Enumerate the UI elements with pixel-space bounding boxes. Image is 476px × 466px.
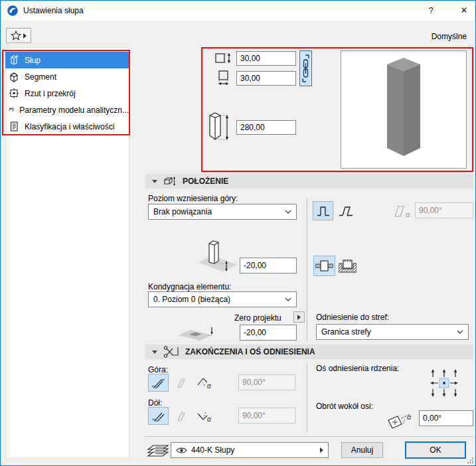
app-logo-icon: [7, 5, 18, 16]
layer-value: 440-K Słupy: [191, 445, 234, 455]
horizontal-cut-icon: [151, 410, 166, 422]
story-value: 0. Poziom 0 (bieżąca): [153, 295, 230, 304]
top-cut-label: Góra:: [148, 365, 168, 374]
slant-angle-icon: α: [392, 203, 415, 219]
sidebar-item-label: Słup: [25, 56, 40, 65]
rotation-input[interactable]: 0,00°: [419, 410, 473, 426]
footer-separator: [145, 436, 473, 437]
classification-icon: [9, 121, 19, 132]
core-axis-anchor-selector[interactable]: [428, 367, 461, 399]
bottom-cut-angle-toggle[interactable]: α: [194, 407, 218, 425]
sidebar-item-label: Segment: [25, 72, 56, 82]
separator: [307, 198, 307, 341]
flyout-arrow-icon: [297, 315, 301, 320]
slanted-column-toggle[interactable]: [335, 201, 356, 220]
sidebar-item-parametry-modelu[interactable]: Parametry modelu analityczn...: [5, 102, 129, 118]
layer-dropdown[interactable]: 440-K Słupy: [171, 442, 329, 458]
column-height-input[interactable]: 280,00: [236, 120, 296, 135]
scissors-icon: [163, 346, 179, 358]
favorites-toolbar: Domyślne: [1, 21, 475, 46]
sidebar-item-klasyfikacja[interactable]: Klasyfikacja i właściwości: [5, 118, 129, 135]
zones-label: Odniesienie do stref:: [316, 313, 389, 322]
vertical-column-toggle[interactable]: [313, 201, 333, 220]
sidebar-item-label: Parametry modelu analityczn...: [19, 106, 129, 115]
project-zero-plane-icon: [177, 326, 216, 343]
column-through-floor-icon: [315, 259, 333, 273]
profile-width-input[interactable]: 30,00: [236, 71, 296, 86]
slant-angle-input: 90,00°: [415, 202, 473, 218]
column-height-icon: [206, 111, 234, 141]
top-cut-angle-toggle[interactable]: α: [194, 374, 218, 392]
bottom-cut-angle-input: 90,00°: [238, 408, 295, 424]
top-cut-horizontal-toggle[interactable]: [148, 374, 169, 392]
section-header-polozenie[interactable]: POŁOŻENIE: [145, 174, 473, 189]
plan-section-icon: [9, 88, 19, 99]
horizontal-cut-icon: [151, 377, 166, 388]
cancel-button[interactable]: Anuluj: [341, 442, 383, 458]
collapse-triangle-icon: [152, 350, 157, 354]
flyout-arrow-icon: [320, 447, 323, 453]
column-preview[interactable]: [341, 50, 467, 169]
column-offset-icon: [197, 236, 238, 275]
title-bar: Ustawienia słupa ? ✕: [1, 1, 475, 21]
custom-angle-top-icon: α: [197, 376, 215, 390]
layers-icon: [147, 443, 169, 459]
profile-height-icon: [215, 52, 234, 66]
chevron-down-icon: [285, 297, 291, 301]
zones-value: Granica strefy: [321, 327, 371, 337]
window-title: Ustawienia słupa: [23, 6, 84, 15]
custom-angle-bottom-icon: α: [197, 410, 215, 423]
flyout-arrow-icon: [23, 33, 27, 39]
help-button[interactable]: ?: [420, 1, 441, 20]
project-zero-input[interactable]: -20,00: [240, 325, 297, 341]
top-cut-perpendicular-toggle[interactable]: [171, 374, 192, 392]
rotation-label: Obrót wokół osi:: [316, 402, 373, 411]
separator: [307, 363, 307, 432]
resize-grip[interactable]: [467, 457, 473, 463]
sidebar-item-rzut-i-przekroj[interactable]: Rzut i przekrój: [5, 85, 129, 102]
svg-text:α: α: [407, 413, 412, 421]
column-settings-dialog: Ustawienia słupa ? ✕ Domyślne Słup Segme…: [0, 0, 476, 466]
bottom-cut-perpendicular-toggle[interactable]: [171, 407, 192, 425]
perpendicular-cut-icon: [175, 410, 189, 422]
column-in-pit-icon: [339, 258, 357, 273]
svg-text:α: α: [406, 210, 410, 218]
ok-button[interactable]: OK: [405, 441, 466, 459]
eye-icon: [176, 447, 187, 454]
profile-width-icon: [216, 70, 234, 88]
close-button[interactable]: ✕: [453, 1, 475, 20]
vertical-column-icon: [317, 204, 330, 217]
relative-to-story-toggle[interactable]: [313, 256, 335, 276]
link-dimensions-button[interactable]: [299, 50, 312, 86]
profile-height-input[interactable]: 30,00: [236, 51, 296, 66]
bottom-cut-horizontal-toggle[interactable]: [148, 407, 169, 425]
top-level-label: Poziom wzniesienia góry:: [148, 194, 238, 203]
rotation-angle-icon: α: [384, 409, 416, 430]
chain-icon: [301, 54, 310, 83]
top-cut-angle-input: 90,00°: [238, 374, 295, 390]
sidebar-item-label: Rzut i przekrój: [25, 89, 76, 98]
recessed-column-toggle[interactable]: [337, 256, 358, 276]
top-level-dropdown[interactable]: Brak powiązania: [148, 204, 297, 220]
project-zero-label: Zero projektu: [234, 313, 281, 323]
defaults-label: Domyślne: [432, 32, 467, 41]
sidebar-item-slup[interactable]: Słup: [5, 52, 129, 68]
chevron-down-icon: [457, 330, 463, 334]
project-zero-flyout-button[interactable]: [293, 311, 305, 323]
story-label: Kondygnacja elementu:: [148, 282, 231, 291]
section-title: ZAKOŃCZENIA I OŚ ODNIESIENIA: [185, 347, 315, 356]
collapse-triangle-icon: [152, 180, 157, 183]
zones-dropdown[interactable]: Granica strefy: [316, 324, 469, 340]
sidebar-item-label: Klasyfikacja i właściwości: [25, 122, 114, 131]
column-3d-image: [341, 51, 466, 168]
svg-text:α: α: [207, 382, 211, 390]
story-dropdown[interactable]: 0. Poziom 0 (bieżąca): [148, 291, 297, 307]
favorites-button[interactable]: [6, 28, 31, 43]
section-title: POŁOŻENIE: [183, 177, 228, 186]
chevron-down-icon: [285, 210, 291, 214]
offset-input[interactable]: -20,00: [240, 258, 297, 273]
column-icon: [9, 54, 19, 66]
sidebar-item-segment[interactable]: Segment: [5, 68, 129, 85]
section-header-zakonczenia[interactable]: ZAKOŃCZENIA I OŚ ODNIESIENIA: [145, 345, 473, 359]
bottom-cut-label: Dół:: [148, 398, 162, 408]
